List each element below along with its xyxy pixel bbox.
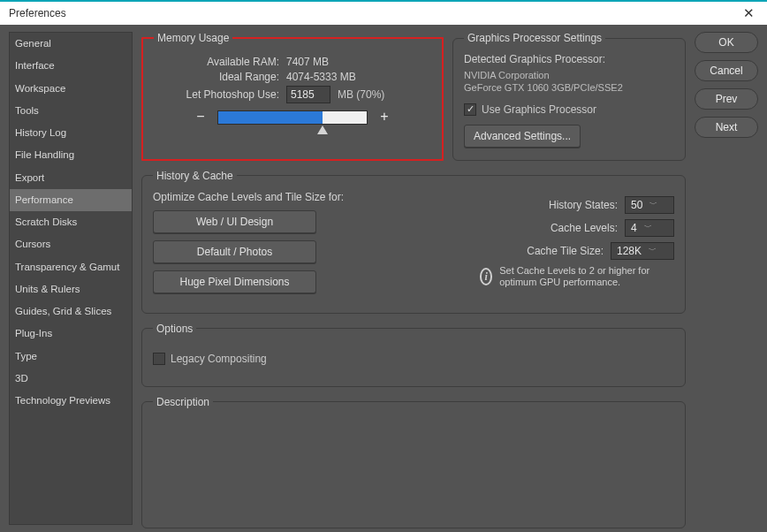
preset-huge-pixel-button[interactable]: Huge Pixel Dimensions	[153, 270, 316, 293]
next-button[interactable]: Next	[695, 117, 758, 138]
history-states-select[interactable]: 50 ﹀	[625, 196, 674, 214]
memory-slider-handle[interactable]	[317, 125, 328, 134]
sidebar-item-scratch-disks[interactable]: Scratch Disks	[10, 211, 132, 233]
sidebar-item-interface[interactable]: Interface	[10, 55, 132, 77]
gpu-settings-legend: Graphics Processor Settings	[464, 32, 605, 44]
sidebar-item-tools[interactable]: Tools	[10, 100, 132, 122]
use-gpu-label: Use Graphics Processor	[482, 103, 596, 116]
cache-levels-select[interactable]: 4 ﹀	[625, 219, 674, 237]
prev-button[interactable]: Prev	[695, 88, 758, 110]
let-photoshop-use-input[interactable]	[286, 86, 330, 103]
cache-tile-size-value: 128K	[617, 245, 642, 257]
memory-slider[interactable]	[217, 110, 368, 125]
options-legend: Options	[153, 323, 196, 335]
options-group: Options Legacy Compositing	[141, 323, 686, 387]
history-cache-legend: History & Cache	[153, 170, 237, 182]
optimize-label: Optimize Cache Levels and Tile Size for:	[153, 191, 471, 203]
cache-levels-value: 4	[631, 222, 637, 234]
description-group: Description	[141, 396, 686, 528]
chevron-down-icon: ﹀	[646, 199, 661, 210]
memory-decrease-button[interactable]: −	[193, 110, 209, 125]
cache-tile-size-select[interactable]: 128K ﹀	[611, 242, 674, 260]
legacy-compositing-label: Legacy Compositing	[171, 353, 267, 365]
memory-usage-legend: Memory Usage	[154, 32, 232, 44]
window-title: Preferences	[9, 7, 66, 19]
history-states-label: History States:	[549, 199, 618, 211]
legacy-compositing-checkbox[interactable]	[153, 353, 165, 365]
ideal-range-value: 4074-5333 MB	[286, 71, 356, 83]
memory-slider-fill	[218, 111, 323, 124]
sidebar-item-export[interactable]: Export	[10, 167, 132, 189]
available-ram-value: 7407 MB	[286, 56, 329, 68]
sidebar-item-file-handling[interactable]: File Handling	[10, 144, 132, 166]
sidebar-item-cursors[interactable]: Cursors	[10, 233, 132, 255]
history-cache-group: History & Cache Optimize Cache Levels an…	[141, 170, 686, 314]
sidebar-item-transparency-gamut[interactable]: Transparency & Gamut	[10, 256, 132, 278]
history-states-value: 50	[631, 199, 642, 211]
cache-tile-size-label: Cache Tile Size:	[527, 245, 604, 257]
main-panel: Memory Usage Available RAM: 7407 MB Idea…	[141, 32, 686, 525]
chevron-down-icon: ﹀	[641, 222, 656, 233]
detected-gpu-label: Detected Graphics Processor:	[464, 53, 674, 65]
info-icon: i	[480, 268, 492, 285]
let-photoshop-use-suffix: MB (70%)	[338, 88, 384, 101]
use-gpu-checkbox[interactable]	[464, 103, 476, 116]
gpu-vendor: NVIDIA Corporation	[464, 69, 674, 81]
sidebar-item-workspace[interactable]: Workspace	[10, 78, 132, 100]
sidebar-item-plug-ins[interactable]: Plug-Ins	[10, 323, 132, 345]
gpu-device: GeForce GTX 1060 3GB/PCIe/SSE2	[464, 81, 674, 94]
ok-button[interactable]: OK	[695, 32, 758, 53]
sidebar-item-guides-grid-slices[interactable]: Guides, Grid & Slices	[10, 300, 132, 323]
sidebar-item-history-log[interactable]: History Log	[10, 122, 132, 144]
dialog-buttons: OK Cancel Prev Next	[695, 32, 758, 525]
cache-levels-label: Cache Levels:	[551, 222, 618, 234]
dialog-body: General Interface Workspace Tools Histor…	[0, 25, 767, 532]
cancel-button[interactable]: Cancel	[695, 60, 758, 81]
sidebar-item-performance[interactable]: Performance	[10, 189, 132, 211]
preset-web-ui-button[interactable]: Web / UI Design	[153, 210, 316, 233]
sidebar-item-general[interactable]: General	[10, 33, 132, 55]
preset-default-photos-button[interactable]: Default / Photos	[153, 240, 316, 263]
memory-increase-button[interactable]: +	[376, 110, 392, 125]
available-ram-label: Available RAM:	[154, 56, 286, 68]
gpu-settings-group: Graphics Processor Settings Detected Gra…	[452, 32, 686, 161]
cache-info-text: Set Cache Levels to 2 or higher for opti…	[499, 265, 674, 290]
sidebar-item-units-rulers[interactable]: Units & Rulers	[10, 278, 132, 300]
memory-usage-group: Memory Usage Available RAM: 7407 MB Idea…	[141, 32, 444, 161]
titlebar: Preferences ✕	[0, 0, 767, 25]
sidebar-item-technology-previews[interactable]: Technology Previews	[10, 390, 132, 412]
let-photoshop-use-label: Let Photoshop Use:	[154, 88, 286, 101]
preferences-sidebar: General Interface Workspace Tools Histor…	[9, 32, 133, 525]
advanced-settings-button[interactable]: Advanced Settings...	[464, 125, 581, 148]
chevron-down-icon: ﹀	[645, 245, 660, 256]
description-legend: Description	[153, 396, 213, 408]
sidebar-item-type[interactable]: Type	[10, 346, 132, 368]
sidebar-item-3d[interactable]: 3D	[10, 368, 132, 390]
ideal-range-label: Ideal Range:	[154, 71, 286, 83]
close-icon[interactable]: ✕	[738, 4, 760, 23]
